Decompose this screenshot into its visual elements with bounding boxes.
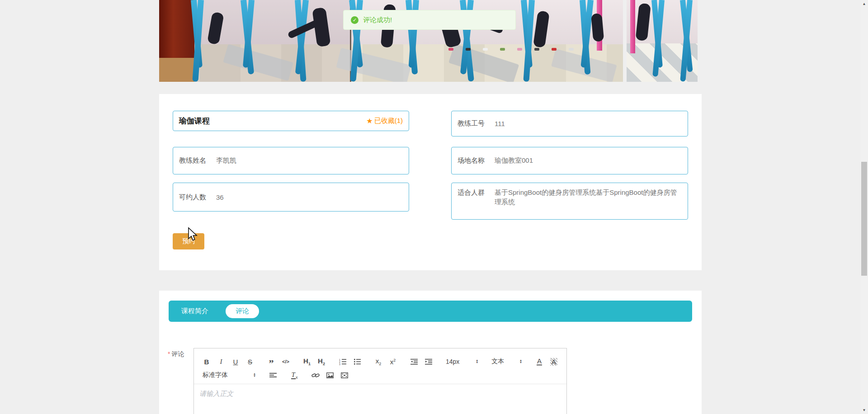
rich-text-editor: BIUS”</>H1H2123x2x214px▲▼文本▲▼AA 标准字体▲▼Tx… [193,348,567,414]
aerial-yoga-photo-next [627,0,698,82]
font-size-select[interactable]: 14px▲▼ [444,356,480,367]
field-value: 111 [495,120,505,127]
red-curtain [159,0,194,58]
field-suitable-crowd: 适合人群 基于SpringBoot的健身房管理系统基于SpringBoot的健身… [451,183,688,220]
code-icon[interactable]: </> [280,356,292,367]
scrollbar-thumb[interactable] [861,162,867,276]
shoes [569,48,574,51]
shoes [448,48,453,51]
comment-field-label: *评论 [168,350,184,358]
field-coach-name: 教练姓名 李凯凯 [173,147,409,174]
image-icon[interactable] [324,370,336,381]
toolbar-row-2: 标准字体▲▼Tx [198,368,562,382]
field-coach-id: 教练工号 111 [451,111,688,136]
field-value: 瑜伽教室001 [495,156,533,165]
ordered-list-icon[interactable]: 123 [337,356,349,367]
shoes [517,48,522,51]
toast-message: 评论成功! [363,16,392,24]
scroll-up-arrow[interactable]: ▲ [860,0,868,8]
required-asterisk: * [168,350,170,358]
check-circle-icon: ✓ [351,16,359,24]
underline-icon[interactable]: U [230,356,241,367]
field-capacity: 可约人数 36 [173,183,409,212]
tab-bar: 课程简介 评论 [169,301,692,322]
field-label: 教练姓名 [179,156,206,165]
link-icon[interactable] [310,370,321,381]
bold-icon[interactable]: B [201,356,212,367]
field-label: 教练工号 [458,119,485,128]
course-title: 瑜伽课程 [179,116,210,126]
italic-icon[interactable]: I [215,356,227,367]
mouse-cursor [187,227,198,242]
field-label: 可约人数 [179,193,206,202]
scrollbar[interactable]: ▲ ▼ [860,0,868,414]
align-icon[interactable] [267,370,279,381]
field-value: 基于SpringBoot的健身房管理系统基于SpringBoot的健身房管理系统 [495,188,682,207]
editor-placeholder: 请输入正文 [199,390,561,398]
tab-course-intro[interactable]: 课程简介 [181,307,208,315]
pink-pole [630,0,635,53]
success-toast: ✓ 评论成功! [343,10,516,30]
outdent-icon[interactable] [408,356,420,367]
favorite-button[interactable]: ★ 已收藏(1) [366,117,403,125]
shoes [534,48,539,51]
course-detail-card: 课程简介 评论 *评论 BIUS”</>H1H2123x2x214px▲▼文本▲… [159,291,702,414]
scroll-down-arrow[interactable]: ▼ [860,406,868,414]
course-title-box: 瑜伽课程 ★ 已收藏(1) [173,111,409,131]
shoes [500,48,505,51]
clear-format-icon[interactable]: Tx [288,370,300,381]
heading2-icon[interactable]: H2 [316,356,327,367]
strikethrough-icon[interactable]: S [244,356,256,367]
bg-color-icon[interactable]: A [548,356,560,367]
wood-floor [159,58,194,82]
superscript-icon[interactable]: x2 [387,356,399,367]
field-venue-name: 场地名称 瑜伽教室001 [451,147,688,174]
field-label: 适合人群 [458,188,485,197]
favorite-label: 已收藏(1) [374,117,403,125]
font-color-icon[interactable]: A [533,356,545,367]
shoes [466,48,471,51]
tab-comments[interactable]: 评论 [226,304,259,318]
editor-toolbar: BIUS”</>H1H2123x2x214px▲▼文本▲▼AA 标准字体▲▼Tx [194,348,566,384]
blockquote-icon[interactable]: ” [265,356,277,367]
course-info-card: 瑜伽课程 ★ 已收藏(1) 教练工号 111 教练姓名 李凯凯 场地名称 瑜伽教… [159,94,702,270]
toolbar-row-1: BIUS”</>H1H2123x2x214px▲▼文本▲▼AA [198,355,562,368]
unordered-list-icon[interactable] [351,356,363,367]
field-label: 场地名称 [458,156,485,165]
field-value: 李凯凯 [216,156,236,165]
course-detail-page: ✓ 评论成功! 瑜伽课程 ★ 已收藏(1) 教练工号 111 教练姓名 李凯凯 … [0,0,868,414]
shoes [552,48,557,51]
comment-label-text: 评论 [171,350,184,358]
shoes [483,48,488,51]
font-family-select[interactable]: 标准字体▲▼ [201,370,258,381]
indent-icon[interactable] [423,356,434,367]
subscript-icon[interactable]: x2 [373,356,384,367]
field-value: 36 [216,193,224,201]
heading1-icon[interactable]: H1 [301,356,313,367]
editor-content-area[interactable]: 请输入正文 [194,384,566,404]
star-icon: ★ [366,118,373,125]
svg-text:3: 3 [339,362,340,365]
text-style-select[interactable]: 文本▲▼ [490,356,524,367]
video-icon[interactable] [339,370,350,381]
